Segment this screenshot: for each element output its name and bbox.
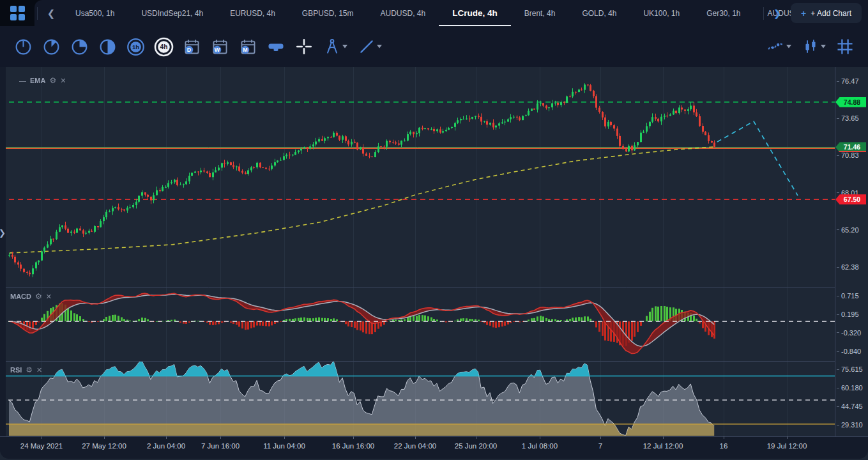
tab-gbpusd-15m[interactable]: GBPUSD, 15m xyxy=(289,0,367,26)
time-axis-label: 27 May 12:00 xyxy=(82,442,126,450)
left-collapsed-panel xyxy=(0,67,6,436)
trading-app-window: ❮ Usa500, 1hUSDIndSep21, 4hEURUSD, 4hGBP… xyxy=(0,0,868,460)
macd-axis-label: 0.195 xyxy=(837,310,859,318)
ema-indicator-header: — EMA ⚙ ✕ xyxy=(19,76,66,85)
link-icon xyxy=(266,37,286,56)
plus-icon: + xyxy=(801,8,806,19)
svg-text:M: M xyxy=(243,47,247,53)
grid-icon xyxy=(10,6,25,20)
line-tool-caret-icon[interactable] xyxy=(377,45,382,49)
toolbar-right-group xyxy=(762,33,859,61)
crosshair-icon xyxy=(295,38,313,56)
time-axis-label: 2 Jun 04:00 xyxy=(147,442,185,450)
tabs-scroll-right-button[interactable]: ❯ xyxy=(766,0,788,26)
time-axis-tick xyxy=(787,436,788,439)
svg-text:D: D xyxy=(187,47,191,53)
time-axis-tick xyxy=(663,436,664,439)
macd-axis-label: 0.715 xyxy=(837,292,859,300)
timeframe-daily-button[interactable]: D xyxy=(178,33,206,61)
timeframe-5m-button[interactable] xyxy=(37,33,65,61)
ema-settings-gear-icon[interactable]: ⚙ xyxy=(49,76,56,85)
price-axis-label: 73.65 xyxy=(837,114,859,122)
add-chart-button[interactable]: + + Add Chart xyxy=(791,3,862,23)
rsi-settings-gear-icon[interactable]: ⚙ xyxy=(26,365,33,374)
timeframe-1m-button[interactable] xyxy=(9,33,37,61)
rsi-indicator-header: RSI ⚙ ✕ xyxy=(10,365,42,374)
calendar-monthly-icon: M xyxy=(239,38,257,56)
time-axis-tick xyxy=(104,436,105,439)
tab-eurusd-4h[interactable]: EURUSD, 4h xyxy=(217,0,289,26)
divider xyxy=(763,7,764,20)
svg-text:4h: 4h xyxy=(160,43,167,50)
chart-tab-bar: ❮ Usa500, 1hUSDIndSep21, 4hEURUSD, 4hGBP… xyxy=(0,0,868,26)
time-axis-label: 22 Jun 04:00 xyxy=(394,442,437,450)
time-axis-tick xyxy=(284,436,285,439)
price-badge-67.50: 67.50 xyxy=(835,194,866,204)
time-axis-label: 19 Jul 12:00 xyxy=(767,442,807,450)
compass-icon xyxy=(323,38,341,56)
grid-lines-icon xyxy=(835,37,855,56)
timeframe-30m-button[interactable] xyxy=(93,33,121,61)
indicators-caret-icon[interactable] xyxy=(786,45,791,49)
rsi-axis-label: 60.180 xyxy=(837,384,863,392)
time-axis-tick xyxy=(42,436,42,439)
grid-settings-button[interactable] xyxy=(831,33,859,61)
svg-text:1h: 1h xyxy=(132,43,139,50)
chart-grid-layout-button[interactable] xyxy=(0,0,34,26)
rsi-close-icon[interactable]: ✕ xyxy=(36,366,42,374)
price-chart-canvas[interactable] xyxy=(0,67,835,436)
clock-15m-icon xyxy=(71,38,88,56)
timeframe-monthly-button[interactable]: M xyxy=(234,33,262,61)
panel-expand-chevron-icon[interactable]: ❯ xyxy=(0,228,6,238)
macd-indicator-label: MACD xyxy=(10,293,31,300)
price-axis-label: 62.38 xyxy=(837,263,859,271)
drawing-tools-caret-icon[interactable] xyxy=(342,45,347,49)
crosshair-tool-button[interactable] xyxy=(290,33,318,61)
time-axis-label: 16 Jun 16:00 xyxy=(332,442,375,450)
link-charts-button[interactable] xyxy=(262,33,290,61)
rsi-indicator-label: RSI xyxy=(10,366,22,374)
tab-audusd-4h[interactable]: AUDUSD, 4h xyxy=(367,0,439,26)
time-axis-label: 12 Jul 12:00 xyxy=(643,442,683,450)
tab-usdindsep21-4h[interactable]: USDIndSep21, 4h xyxy=(128,0,217,26)
divider xyxy=(37,7,38,20)
ema-line-swatch-icon: — xyxy=(19,77,26,84)
timeframe-weekly-button[interactable]: W xyxy=(206,33,234,61)
timeframe-4h-icon: 4h xyxy=(154,37,174,57)
macd-close-icon[interactable]: ✕ xyxy=(46,293,52,301)
tab-usa500-1h[interactable]: Usa500, 1h xyxy=(62,0,128,26)
clock-30m-icon xyxy=(99,38,116,56)
price-axis-label: 65.20 xyxy=(837,226,859,234)
svg-text:W: W xyxy=(214,47,220,53)
macd-indicator-header: MACD ⚙ ✕ xyxy=(10,292,52,301)
clock-5m-icon xyxy=(43,38,60,56)
chart-type-caret-icon[interactable] xyxy=(821,45,826,49)
ema-close-icon[interactable]: ✕ xyxy=(60,77,66,85)
tabs-scroll-left-button[interactable]: ❮ xyxy=(40,0,62,26)
time-axis-tick xyxy=(476,436,476,439)
tab-lcrude-4h[interactable]: LCrude, 4h xyxy=(439,0,511,26)
time-axis-label: 7 xyxy=(598,442,602,450)
calendar-daily-icon: D xyxy=(183,38,201,56)
macd-settings-gear-icon[interactable]: ⚙ xyxy=(35,292,42,301)
time-axis-label: 16 xyxy=(720,442,728,450)
timeframe-1h-icon: 1h xyxy=(126,38,145,56)
tab-brent-4h[interactable]: Brent, 4h xyxy=(511,0,569,26)
timeframe-1h-button[interactable]: 1h xyxy=(121,33,149,61)
clock-1m-icon xyxy=(15,38,32,56)
price-axis[interactable] xyxy=(835,67,868,436)
timeframe-4h-button-active[interactable]: 4h xyxy=(149,33,178,61)
time-axis-tick xyxy=(600,436,601,439)
timeframe-15m-button[interactable] xyxy=(65,33,93,61)
ema-indicator-label: EMA xyxy=(30,77,45,84)
rsi-axis-label: 75.615 xyxy=(837,365,863,373)
tab-ger30-1h[interactable]: Ger30, 1h xyxy=(693,0,754,26)
price-badge-71.46: 71.46 xyxy=(835,142,866,152)
price-axis-label: 76.47 xyxy=(837,77,859,85)
add-chart-label: + Add Chart xyxy=(811,9,851,18)
calendar-weekly-icon: W xyxy=(211,38,229,56)
time-axis-tick xyxy=(540,436,540,439)
tab-gold-4h[interactable]: GOLD, 4h xyxy=(568,0,630,26)
time-axis-label: 24 May 2021 xyxy=(20,442,63,450)
tab-uk100-1h[interactable]: UK100, 1h xyxy=(630,0,693,26)
